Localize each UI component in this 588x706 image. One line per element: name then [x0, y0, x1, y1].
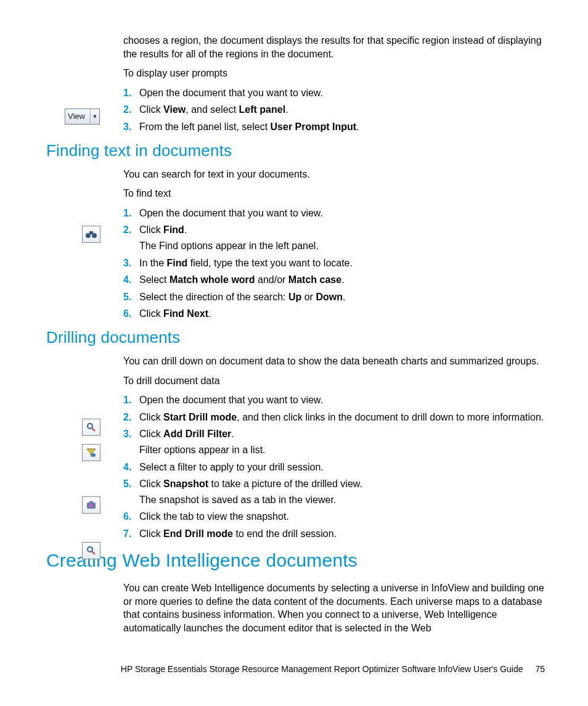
list-item: 6.Click the tab to view the snapshot.	[123, 510, 545, 523]
svg-line-11	[92, 551, 95, 554]
svg-point-6	[92, 453, 96, 457]
drill-mode-icon	[82, 419, 100, 436]
list-item: 3.Click Add Drill Filter.Filter options …	[123, 427, 545, 456]
chevron-down-icon: ▼	[90, 109, 99, 124]
svg-line-4	[92, 428, 95, 431]
list-item: 4.Select Match whole word and/or Match c…	[123, 273, 545, 287]
list-item: 5.Click Snapshot to take a picture of th…	[123, 477, 545, 506]
heading-finding-text: Finding text in documents	[46, 140, 545, 162]
drill-steps: 1.Open the document that you want to vie…	[123, 393, 545, 540]
list-item: 2.Click Start Drill mode, and then click…	[123, 411, 545, 424]
list-item: 2.Click View, and select Left panel.	[123, 103, 545, 117]
svg-rect-2	[89, 231, 93, 234]
drill-intro: You can drill down on document data to s…	[123, 355, 545, 368]
svg-point-8	[89, 504, 93, 507]
heading-drilling: Drilling documents	[46, 327, 545, 348]
page-number: 75	[535, 664, 545, 674]
drill-lead: To drill document data	[123, 374, 545, 388]
list-item: 7.Click End Drill mode to end the drill …	[123, 527, 545, 541]
list-item: 2.Click Find.The Find options appear in …	[123, 223, 545, 252]
list-item: 4.Select a filter to apply to your drill…	[123, 461, 545, 474]
svg-point-3	[88, 424, 92, 429]
end-drill-icon	[82, 542, 100, 559]
view-dropdown-icon: View ▼	[65, 109, 100, 125]
intro-steps: 1.Open the document that you want to vie…	[123, 86, 545, 134]
svg-rect-9	[89, 501, 93, 503]
webi-block: You can create Web Intelligence document…	[123, 581, 545, 634]
binoculars-icon	[82, 226, 100, 243]
document-page: View ▼ chooses a region, the document di…	[0, 0, 588, 706]
find-block: You can search for text in your document…	[123, 168, 545, 321]
find-steps: 1.Open the document that you want to vie…	[123, 207, 545, 321]
list-item: 1.Open the document that you want to vie…	[123, 393, 545, 407]
list-item: 3.In the Find field, type the text you w…	[123, 257, 545, 270]
webi-intro: You can create Web Intelligence document…	[123, 581, 545, 634]
page-footer: HP Storage Essentials Storage Resource M…	[0, 663, 588, 675]
list-item: 6.Click Find Next.	[123, 307, 545, 321]
list-item: 1.Open the document that you want to vie…	[123, 86, 545, 100]
heading-creating-webi: Creating Web Intelligence documents	[46, 548, 545, 573]
find-lead: To find text	[123, 187, 545, 200]
intro-lead: To display user prompts	[123, 67, 545, 80]
drill-block: You can drill down on document data to s…	[123, 355, 545, 541]
drill-filter-icon	[82, 444, 100, 461]
svg-point-10	[88, 547, 92, 552]
footer-title: HP Storage Essentials Storage Resource M…	[121, 664, 523, 674]
list-item: 1.Open the document that you want to vie…	[123, 207, 545, 220]
snapshot-icon	[82, 496, 100, 514]
intro-block: chooses a region, the document displays …	[123, 34, 545, 134]
list-item: 5.Select the direction of the search: Up…	[123, 290, 545, 304]
list-item: 3.From the left panel list, select User …	[123, 120, 545, 134]
find-intro: You can search for text in your document…	[123, 168, 545, 181]
intro-paragraph: chooses a region, the document displays …	[123, 34, 545, 60]
